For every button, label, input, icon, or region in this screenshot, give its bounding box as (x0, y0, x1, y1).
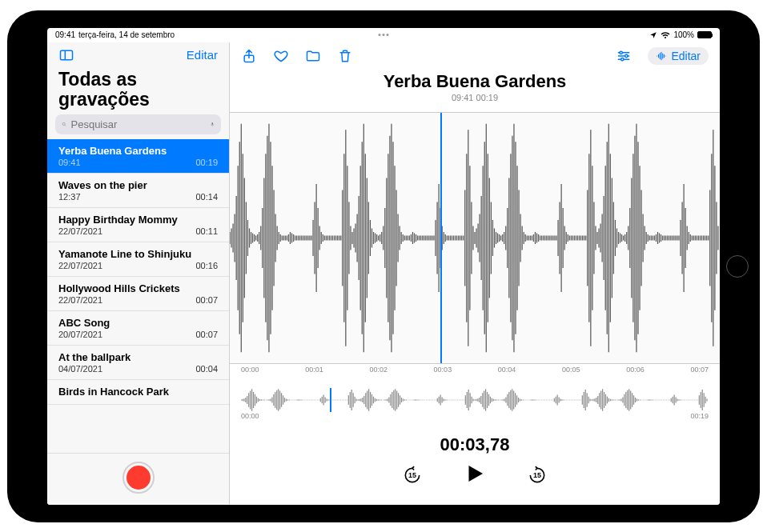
favorite-button[interactable] (273, 48, 289, 64)
options-button[interactable] (616, 48, 632, 64)
recording-name: At the ballpark (58, 351, 218, 363)
recording-title: Yerba Buena Gardens (230, 71, 720, 92)
main-panel: Editar Yerba Buena Gardens 09:41 00:19 0… (230, 42, 720, 505)
recording-duration: 00:14 (195, 192, 218, 202)
svg-point-8 (621, 58, 624, 60)
recording-row[interactable]: Yerba Buena Gardens 09:4100:19 (47, 139, 229, 174)
recording-row[interactable]: At the ballpark 04/07/202100:04 (47, 346, 229, 380)
battery-icon (697, 31, 712, 38)
recording-sub: 22/07/2021 (58, 261, 102, 270)
recording-name: Happy Birthday Mommy (58, 214, 218, 226)
edit-recording-button[interactable]: Editar (648, 47, 709, 65)
play-button[interactable] (463, 462, 487, 489)
recording-name: Birds in Hancock Park (58, 386, 218, 398)
status-bar: 09:41 terça-feira, 14 de setembro 100% (47, 28, 720, 42)
recording-name: Yerba Buena Gardens (58, 145, 218, 157)
recording-sub: 04/07/2021 (58, 364, 102, 374)
location-icon (649, 31, 657, 39)
record-button[interactable] (122, 462, 155, 494)
waveform-icon (656, 50, 667, 62)
recording-name: Hollywood Hills Crickets (58, 282, 218, 294)
mic-icon[interactable] (210, 119, 215, 130)
status-date: terça-feira, 14 de setembro (78, 30, 175, 39)
search-field[interactable] (55, 114, 221, 134)
home-button[interactable] (726, 255, 749, 278)
svg-rect-0 (61, 50, 73, 60)
recording-sub: 09:41 (58, 158, 81, 167)
ipad-device-frame: 09:41 terça-feira, 14 de setembro 100% (7, 10, 760, 522)
status-time: 09:41 (55, 30, 75, 39)
recording-name: Waves on the pier (58, 179, 218, 191)
recording-row[interactable]: ABC Song 20/07/202100:07 (47, 311, 229, 346)
overview-waveform[interactable] (241, 388, 709, 412)
wifi-icon (661, 30, 670, 40)
screen: 09:41 terça-feira, 14 de setembro 100% (47, 28, 720, 505)
svg-point-7 (625, 54, 628, 57)
recording-row[interactable]: Waves on the pier 12:3700:14 (47, 174, 229, 208)
overview-playhead[interactable] (330, 388, 331, 412)
recording-sub: 22/07/2021 (58, 226, 102, 236)
share-button[interactable] (241, 48, 257, 64)
skip-back-button[interactable]: 15 (402, 465, 423, 486)
sidebar: Editar Todas as gravações Yerba Buena Ga… (47, 42, 230, 505)
multitask-dots[interactable] (379, 34, 389, 36)
recordings-list: Yerba Buena Gardens 09:4100:19Waves on t… (47, 139, 229, 452)
waveform-display[interactable] (230, 112, 720, 364)
recording-row[interactable]: Hollywood Hills Crickets 22/07/202100:07 (47, 277, 229, 311)
svg-line-3 (65, 125, 66, 126)
sidebar-edit-button[interactable]: Editar (187, 48, 218, 62)
recording-row[interactable]: Birds in Hancock Park (47, 380, 229, 405)
recording-subtitle: 09:41 00:19 (230, 93, 720, 102)
skip-forward-button[interactable]: 15 (527, 465, 548, 486)
overview-start: 00:00 (241, 412, 259, 420)
recording-duration: 00:04 (195, 364, 218, 374)
search-icon (62, 119, 67, 130)
battery-percent: 100% (673, 30, 694, 39)
timeline-labels: 00:0000:0100:0200:0300:0400:0500:0600:07 (230, 364, 720, 378)
svg-point-6 (620, 51, 622, 54)
current-time: 00:03,78 (230, 434, 720, 455)
recording-sub: 20/07/2021 (58, 330, 102, 339)
recording-row[interactable]: Happy Birthday Mommy 22/07/202100:11 (47, 208, 229, 242)
playhead[interactable] (440, 112, 442, 364)
overview-end: 00:19 (690, 412, 709, 420)
record-bar (47, 453, 229, 505)
recording-row[interactable]: Yamanote Line to Shinjuku 22/07/202100:1… (47, 242, 229, 277)
recording-duration: 00:07 (195, 330, 218, 339)
recording-duration: 00:16 (195, 261, 218, 270)
recording-name: ABC Song (58, 317, 218, 329)
svg-rect-4 (211, 122, 213, 125)
delete-button[interactable] (337, 48, 353, 64)
folder-button[interactable] (305, 48, 321, 64)
recording-duration: 00:19 (195, 158, 218, 167)
recording-name: Yamanote Line to Shinjuku (58, 248, 218, 260)
recording-duration: 00:07 (195, 295, 218, 305)
recording-sub: 22/07/2021 (58, 295, 102, 305)
recording-sub: 12:37 (58, 192, 81, 202)
svg-point-2 (62, 122, 65, 125)
search-input[interactable] (71, 118, 206, 130)
recording-duration: 00:11 (195, 226, 218, 236)
sidebar-toggle-button[interactable] (58, 47, 74, 63)
sidebar-title: Todas as gravações (47, 68, 229, 115)
